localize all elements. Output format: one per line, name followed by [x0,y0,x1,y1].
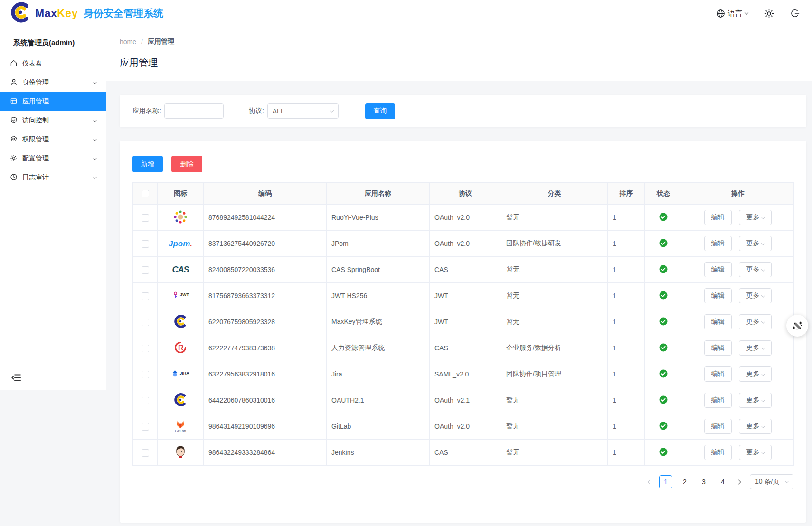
select-all-checkbox[interactable] [142,190,149,197]
brand-name: MaxKey [35,7,78,20]
breadcrumb-home-link[interactable]: home [120,38,136,46]
next-page-button[interactable] [735,479,742,486]
jwt-app-icon: JWT [172,291,189,299]
settings-button[interactable] [764,9,774,19]
cell-protocol: JWT [430,283,501,309]
status-enabled-icon [659,317,668,326]
edit-button[interactable]: 编辑 [704,445,732,460]
chevron-down-icon [93,175,97,178]
magic-wand-icon [791,319,803,332]
more-button[interactable]: 更多 [739,288,772,303]
main-content: home / 应用管理 应用管理 应用名称: 协议: ALL 查询 新增 删除 [106,27,812,526]
cell-protocol: OAuth_v2.0 [430,205,501,231]
cell-sort: 1 [608,257,645,283]
cell-code: 837136275440926720 [204,231,327,257]
row-checkbox[interactable] [142,371,149,378]
more-button[interactable]: 更多 [739,314,772,329]
jpom-app-icon: Jpom. [169,240,192,248]
sidebar-item-1[interactable]: 仪表盘 [0,54,106,73]
row-checkbox[interactable] [142,292,149,300]
sidebar-item-4[interactable]: 访问控制 [0,111,106,130]
logout-button[interactable] [790,9,800,18]
edit-button[interactable]: 编辑 [704,288,732,303]
more-button[interactable]: 更多 [739,340,772,356]
cell-category: 暂无 [501,387,608,413]
sidebar-item-label: 日志审计 [22,173,94,182]
more-button[interactable]: 更多 [739,366,772,382]
jenkins-app-icon [173,444,188,460]
sidebar-item-6[interactable]: 配置管理 [0,149,106,168]
page-button-2[interactable]: 2 [678,475,691,488]
more-button[interactable]: 更多 [739,262,772,277]
more-button[interactable]: 更多 [739,236,772,251]
edit-button[interactable]: 编辑 [704,393,732,408]
prev-page-button[interactable] [646,479,653,486]
table-row: GitLab 986431492190109696 GitLab OAuth_v… [133,413,794,440]
more-button[interactable]: 更多 [739,419,772,434]
table-panel: 新增 删除 图标编码应用名称协议分类排序状态操作 876892492581044… [120,141,806,523]
row-checkbox[interactable] [142,319,149,326]
add-button[interactable]: 新增 [132,156,163,172]
page-button-1[interactable]: 1 [659,475,672,488]
sidebar-nav: 仪表盘 身份管理 应用管理 访问控制 权限管理 配置管理 日志审计 [0,54,106,187]
cell-code: 986431492190109696 [204,413,327,440]
cell-protocol: CAS [430,440,501,466]
theme-helper-button[interactable] [786,315,808,337]
cell-protocol: SAML_v2.0 [430,361,501,387]
row-checkbox[interactable] [142,240,149,248]
edit-button[interactable]: 编辑 [704,262,732,277]
protocol-select[interactable]: ALL [267,103,339,119]
sidebar-item-3[interactable]: 应用管理 [0,92,106,111]
row-checkbox[interactable] [142,449,149,457]
app-name-input[interactable] [164,103,224,119]
search-button[interactable]: 查询 [365,103,395,119]
page-size-select[interactable]: 10 条/页 [750,474,793,489]
cell-code: 876892492581044224 [204,205,327,231]
edit-button[interactable]: 编辑 [704,210,732,225]
row-checkbox[interactable] [142,423,149,431]
edit-button[interactable]: 编辑 [704,314,732,329]
chevron-down-icon [761,215,765,219]
edit-button[interactable]: 编辑 [704,340,732,356]
edit-button[interactable]: 编辑 [704,419,732,434]
sidebar-item-2[interactable]: 身份管理 [0,73,106,92]
cell-protocol: CAS [430,257,501,283]
page-button-4[interactable]: 4 [716,475,729,488]
pagination: 1234 10 条/页 [132,474,793,489]
delete-button[interactable]: 删除 [171,156,202,172]
row-checkbox[interactable] [142,214,149,222]
sidebar-item-label: 权限管理 [22,135,94,144]
more-button[interactable]: 更多 [739,210,772,225]
cell-category: 团队协作/敏捷研发 [501,231,608,257]
edit-button[interactable]: 编辑 [704,236,732,251]
status-enabled-icon [659,422,668,430]
sidebar-item-7[interactable]: 日志审计 [0,168,106,187]
row-checkbox[interactable] [142,266,149,274]
language-switcher[interactable]: 语言 [716,9,748,18]
cell-protocol: OAuth_v2.1 [430,387,501,413]
chevron-down-icon [93,80,97,84]
cell-code: 622076759805923328 [204,309,327,335]
protocol-select-value: ALL [273,107,284,115]
cell-protocol: OAuth_v2.0 [430,413,501,440]
table-row: R 622227747938373638 人力资源管理系统 CAS 企业服务/数… [133,335,794,361]
more-button[interactable]: 更多 [739,393,772,408]
maxkey-app-icon [173,393,188,407]
table-row: JIRA 632279563832918016 Jira SAML_v2.0 团… [133,361,794,387]
cell-category: 暂无 [501,283,608,309]
sidebar-item-5[interactable]: 权限管理 [0,130,106,149]
top-actions: 语言 [716,9,812,19]
applications-table: 图标编码应用名称协议分类排序状态操作 876892492581044224 Ru… [132,182,794,466]
edit-button[interactable]: 编辑 [704,366,732,382]
more-button[interactable]: 更多 [739,445,772,460]
row-checkbox[interactable] [142,345,149,352]
svg-text:R: R [178,344,184,352]
cell-code: 824008507220033536 [204,257,327,283]
chevron-down-icon [761,241,765,245]
row-checkbox[interactable] [142,397,149,404]
menu-fold-button[interactable] [11,374,21,382]
cell-sort: 1 [608,283,645,309]
page-button-3[interactable]: 3 [697,475,710,488]
page-header: home / 应用管理 应用管理 [106,27,812,81]
cell-sort: 1 [608,361,645,387]
